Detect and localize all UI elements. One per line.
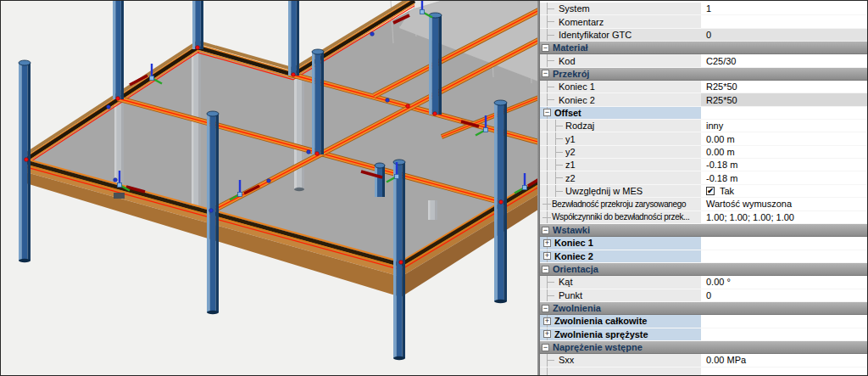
node-dot[interactable] <box>433 112 437 116</box>
property-value[interactable]: -0.18 m <box>701 159 867 171</box>
collapse-icon[interactable]: − <box>542 70 549 77</box>
section-header-row[interactable]: −Przekrój <box>540 68 867 81</box>
column[interactable] <box>216 114 220 312</box>
checkbox-icon[interactable]: ✔ <box>706 187 715 195</box>
node-dot[interactable] <box>196 46 200 50</box>
column[interactable] <box>291 1 297 76</box>
property-row[interactable]: Komentarz <box>540 15 867 28</box>
property-value[interactable]: 0 <box>701 29 867 42</box>
property-value[interactable]: 0.00 MPa <box>701 354 867 367</box>
ghost-column[interactable] <box>192 52 194 209</box>
column[interactable] <box>207 114 210 312</box>
collapse-icon[interactable]: − <box>543 109 551 116</box>
property-value[interactable]: 0.00 ° <box>701 276 867 289</box>
subsection-row[interactable]: +Koniec 2 <box>540 250 867 263</box>
collapse-icon[interactable]: − <box>542 305 549 312</box>
column[interactable] <box>403 162 406 358</box>
property-row[interactable]: Koniec 2R25*50 <box>540 93 867 106</box>
collapse-icon[interactable]: − <box>542 344 549 351</box>
property-value[interactable]: 0.00 m <box>701 132 867 145</box>
structure-3d-scene[interactable] <box>1 1 537 375</box>
column[interactable] <box>115 1 121 99</box>
node-dot[interactable] <box>114 178 118 182</box>
ghost-column[interactable] <box>431 200 436 220</box>
ghost-column[interactable] <box>435 200 437 220</box>
column[interactable] <box>28 63 31 261</box>
column[interactable] <box>312 52 315 154</box>
section-header-row[interactable]: −Wstawki <box>540 224 867 237</box>
property-value[interactable] <box>701 250 867 263</box>
expand-icon[interactable]: + <box>543 317 551 325</box>
expand-icon[interactable]: + <box>543 252 551 260</box>
node-dot[interactable] <box>307 150 311 154</box>
column[interactable] <box>429 15 432 115</box>
property-value[interactable]: -0.18 m <box>701 171 867 184</box>
property-row[interactable]: Bezwładność przekroju zarysowanegoWartoś… <box>540 198 867 210</box>
subsection-row[interactable]: +Koniec 1 <box>540 237 867 250</box>
ghost-column[interactable] <box>428 200 431 220</box>
property-value[interactable]: 0 <box>701 289 867 302</box>
column[interactable] <box>113 1 115 99</box>
node-dot[interactable] <box>315 152 320 156</box>
property-value[interactable] <box>701 328 867 341</box>
subsection-row[interactable]: +Zwolnienia całkowite <box>540 315 867 328</box>
column[interactable] <box>195 1 201 49</box>
column[interactable] <box>393 162 397 358</box>
collapse-icon[interactable]: − <box>542 44 549 52</box>
property-row[interactable]: Rodzajinny <box>540 120 867 132</box>
column[interactable] <box>19 63 22 261</box>
collapse-icon[interactable]: − <box>542 266 549 273</box>
property-row[interactable]: y10.00 m <box>540 132 867 145</box>
node-dot[interactable] <box>107 105 111 109</box>
property-value[interactable]: Wartość wymuszona <box>701 198 867 210</box>
node-dot[interactable] <box>386 98 390 103</box>
section-header-row[interactable]: −Zwolnienia <box>540 302 867 315</box>
expand-icon[interactable]: + <box>543 330 551 338</box>
ghost-column[interactable] <box>121 103 124 191</box>
property-row[interactable]: Kąt0.00 ° <box>540 276 867 289</box>
column[interactable] <box>382 166 385 197</box>
ghost-column[interactable] <box>114 103 117 191</box>
expand-icon[interactable]: + <box>543 239 551 247</box>
column[interactable] <box>321 52 325 154</box>
property-value[interactable]: inny <box>701 120 867 132</box>
ghost-column[interactable] <box>294 79 297 189</box>
property-row[interactable]: Punkt0 <box>540 289 867 302</box>
property-row[interactable]: System1 <box>540 3 867 15</box>
property-row[interactable]: Uwzględnij w MES✔Tak <box>540 185 867 198</box>
property-row[interactable]: Sxx0.00 MPa <box>540 354 867 367</box>
property-row[interactable]: Koniec 1R25*50 <box>540 81 867 93</box>
node-dot[interactable] <box>116 97 120 101</box>
ghost-column[interactable] <box>297 79 302 189</box>
property-row[interactable]: KodC25/30 <box>540 54 867 67</box>
subsection-row[interactable]: +Zwolnienia sprężyste <box>540 328 867 341</box>
property-value[interactable] <box>701 15 867 28</box>
property-value[interactable]: C25/30 <box>701 54 867 67</box>
column[interactable] <box>432 15 439 115</box>
property-value[interactable] <box>701 107 867 120</box>
column[interactable] <box>297 1 299 76</box>
node-dot[interactable] <box>370 32 375 36</box>
property-value[interactable] <box>701 315 867 328</box>
property-row[interactable]: z1-0.18 m <box>540 159 867 171</box>
property-row[interactable]: z2-0.18 m <box>540 171 867 184</box>
property-row[interactable]: Współczynniki do bezwładności przek...1.… <box>540 211 867 224</box>
node-dot[interactable] <box>25 158 29 162</box>
column[interactable] <box>377 166 382 197</box>
column[interactable] <box>438 15 442 115</box>
column[interactable] <box>192 1 195 49</box>
ghost-column[interactable] <box>194 52 199 209</box>
subsection-row[interactable]: −Offset <box>540 107 867 120</box>
node-dot[interactable] <box>209 209 214 213</box>
column[interactable] <box>210 114 216 312</box>
column[interactable] <box>375 166 377 197</box>
column[interactable] <box>201 1 203 49</box>
column[interactable] <box>288 1 291 76</box>
column[interactable] <box>504 103 507 301</box>
property-value[interactable]: 1.00; 1.00; 1.00; 1.00 <box>701 211 867 224</box>
ghost-column[interactable] <box>302 79 304 189</box>
section-header-row[interactable]: −Naprężenie wstępne <box>540 341 867 354</box>
node-dot[interactable] <box>406 104 410 109</box>
property-value[interactable]: ✔Tak <box>701 185 867 198</box>
ghost-column[interactable] <box>198 52 201 209</box>
